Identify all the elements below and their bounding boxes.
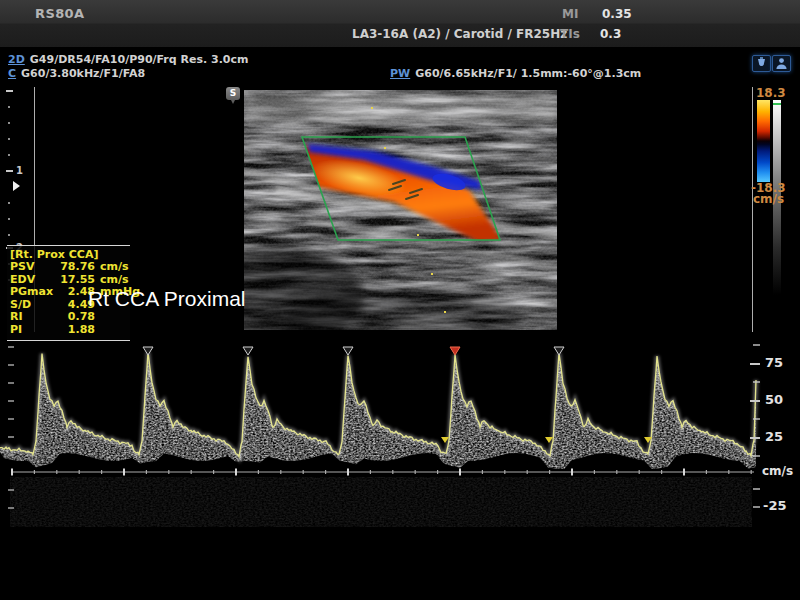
color-scale-bar <box>757 100 770 182</box>
orientation-marker[interactable]: S <box>226 87 240 100</box>
title-bar: RS80A LA3-16A (A2) / Carotid / FR25Hz MI… <box>0 0 800 49</box>
active-peak-marker-icon[interactable] <box>450 347 460 355</box>
ti-indicator: TIs0.3 <box>560 27 621 41</box>
probe-exam-info: LA3-16A (A2) / Carotid / FR25Hz <box>352 27 567 41</box>
mi-label: MI <box>562 7 588 21</box>
peak-marker-icon[interactable] <box>554 347 564 355</box>
measure-unit <box>95 324 130 337</box>
measure-label: PI <box>10 324 55 337</box>
depth-tick <box>8 122 10 124</box>
annotation-label[interactable]: Rt CCA Proximal <box>88 287 246 311</box>
measure-label: PSV <box>10 261 55 274</box>
depth-tick <box>6 90 13 92</box>
b-mode-values: G49/DR54/FA10/P90/Frq Res. 3.0cm <box>30 53 249 66</box>
velocity-label-50: 50 <box>765 394 783 406</box>
reverse-flow-noise <box>10 477 752 527</box>
gray-map-marker <box>773 103 781 105</box>
depth-tick <box>8 234 10 236</box>
velocity-unit-label: cm/s <box>762 465 793 477</box>
velocity-label-25: 25 <box>765 431 783 443</box>
depth-tick <box>8 106 10 108</box>
measure-value: 1.88 <box>55 324 95 337</box>
mi-indicator: MI0.35 <box>562 7 632 21</box>
spectral-display[interactable] <box>0 335 800 535</box>
b-mode-params: 2DG49/DR54/FA10/P90/Frq Res. 3.0cm <box>8 53 248 66</box>
color-scale-max: 18.3 <box>756 88 786 99</box>
ti-value: 0.3 <box>600 27 621 41</box>
measure-unit: cm/s <box>95 261 130 274</box>
b-mode-token[interactable]: 2D <box>8 53 25 66</box>
measure-unit <box>95 311 130 324</box>
probe-icon[interactable] <box>752 55 771 72</box>
color-mode-params: CG60/3.80kHz/F1/FA8 <box>8 67 145 80</box>
time-axis <box>12 469 754 476</box>
peak-marker-icon[interactable] <box>243 347 253 355</box>
color-mode-values: G60/3.80kHz/F1/FA8 <box>21 67 145 80</box>
image-right-border <box>752 87 753 332</box>
measure-label: PGmax <box>10 286 55 299</box>
measurement-row: PSV78.76cm/s <box>10 261 130 274</box>
peak-marker-icon[interactable] <box>343 347 353 355</box>
color-mode-token[interactable]: C <box>8 67 16 80</box>
pw-mode-params: PWG60/6.65kHz/F1/ 1.5mm:-60°@1.3cm <box>390 67 641 80</box>
peak-marker-icon[interactable] <box>143 347 153 355</box>
pw-mode-values: G60/6.65kHz/F1/ 1.5mm:-60°@1.3cm <box>415 67 641 80</box>
velocity-label-neg25: -25 <box>763 500 787 512</box>
ti-label: TIs <box>560 27 586 41</box>
patient-icon[interactable] <box>772 55 791 72</box>
machine-model: RS80A <box>35 6 85 21</box>
depth-tick <box>8 138 10 140</box>
measure-value: 78.76 <box>55 261 95 274</box>
ultrasound-screen: RS80A LA3-16A (A2) / Carotid / FR25Hz MI… <box>0 0 800 600</box>
color-scale-unit: cm/s <box>753 194 784 205</box>
depth-tick <box>6 170 13 172</box>
ultrasound-image[interactable] <box>244 90 557 330</box>
depth-tick <box>8 218 10 220</box>
pw-mode-token[interactable]: PW <box>390 67 410 80</box>
focus-marker-icon[interactable] <box>13 181 20 191</box>
measurement-row: PI1.88 <box>10 324 130 337</box>
velocity-label-75: 75 <box>765 357 783 369</box>
depth-tick <box>8 154 10 156</box>
mi-value: 0.35 <box>602 7 632 21</box>
depth-tick <box>8 202 10 204</box>
depth-label: 1 <box>16 166 23 176</box>
